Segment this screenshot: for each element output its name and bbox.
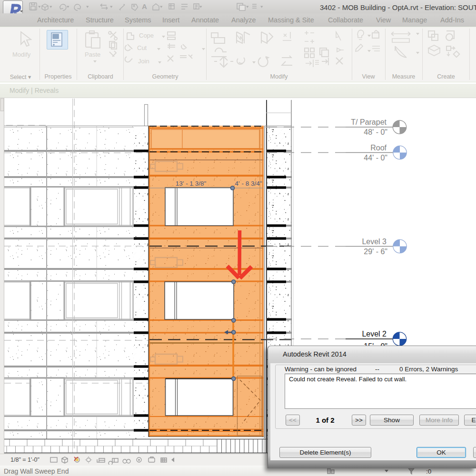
- svg-text:48' - 0": 48' - 0": [364, 128, 387, 136]
- svg-text:4' - 8 3/4": 4' - 8 3/4": [235, 180, 262, 187]
- svg-text:T/ Parapet: T/ Parapet: [351, 118, 387, 126]
- svg-text::0: :0: [426, 468, 431, 475]
- svg-text:29' - 6": 29' - 6": [364, 248, 387, 256]
- svg-text:44' - 0": 44' - 0": [364, 154, 387, 162]
- svg-text:A: A: [142, 2, 147, 10]
- svg-text:Cut: Cut: [137, 44, 147, 51]
- svg-text:Level 3: Level 3: [362, 238, 387, 246]
- svg-text:Modify: Modify: [12, 51, 31, 58]
- svg-text:Roof: Roof: [370, 144, 387, 152]
- svg-text:Level 2: Level 2: [362, 330, 387, 338]
- svg-text:Paste: Paste: [85, 51, 100, 58]
- svg-text:Join: Join: [138, 58, 149, 65]
- svg-text:Cope: Cope: [139, 32, 154, 39]
- svg-text:13' - 1 3/8": 13' - 1 3/8": [176, 180, 207, 187]
